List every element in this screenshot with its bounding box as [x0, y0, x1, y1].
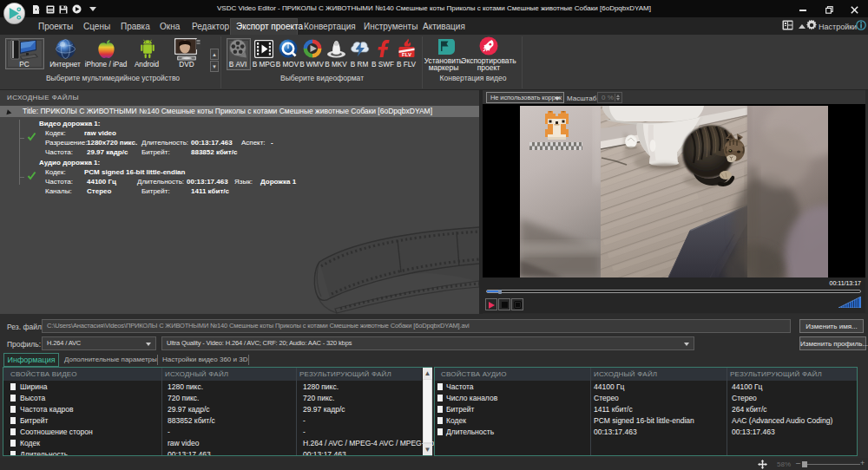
svg-text:FLV: FLV	[402, 52, 411, 57]
